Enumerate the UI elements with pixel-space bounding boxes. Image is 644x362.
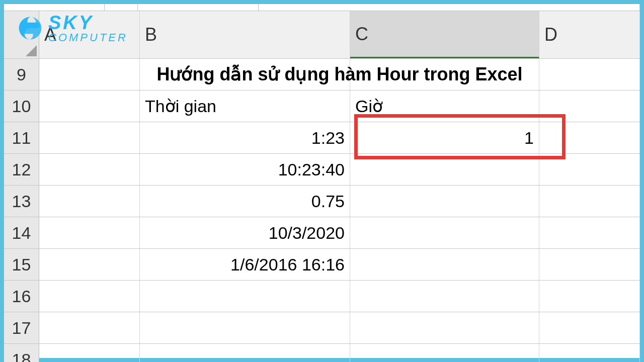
sky-logo-icon xyxy=(16,14,44,42)
grid-row: 111:231 xyxy=(4,122,640,154)
cell-D11[interactable] xyxy=(539,122,640,153)
row-header[interactable]: 16 xyxy=(4,281,39,312)
cell-B11[interactable]: 1:23 xyxy=(140,122,350,153)
cell-D13[interactable] xyxy=(539,186,640,217)
cell-A16[interactable] xyxy=(39,281,140,312)
formula-bar[interactable] xyxy=(4,4,640,11)
cell-A10[interactable] xyxy=(39,90,140,122)
cell-A17[interactable] xyxy=(39,312,140,343)
cell-D10[interactable] xyxy=(539,90,640,122)
cell-B18[interactable] xyxy=(140,344,350,362)
column-header-D[interactable]: D xyxy=(539,11,640,58)
column-header-C[interactable]: C xyxy=(350,11,539,58)
cell-D12[interactable] xyxy=(539,154,640,185)
cell-C18[interactable] xyxy=(350,344,539,362)
cell-C16[interactable] xyxy=(350,281,539,312)
grid-row: 18 xyxy=(4,344,640,362)
row-header[interactable]: 10 xyxy=(4,90,39,122)
grid-row: 130.75 xyxy=(4,186,640,217)
cell-C15[interactable] xyxy=(350,249,539,280)
cell-A18[interactable] xyxy=(39,344,140,362)
row-header[interactable]: 17 xyxy=(4,312,39,343)
grid-row: 17 xyxy=(4,312,640,344)
watermark-logo: SKY COMPUTER xyxy=(16,13,128,43)
row-header[interactable]: 11 xyxy=(4,122,39,153)
cell-B17[interactable] xyxy=(140,312,350,343)
row-header[interactable]: 12 xyxy=(4,154,39,185)
cell-A13[interactable] xyxy=(39,186,140,217)
select-all-triangle-icon xyxy=(26,45,37,56)
logo-text-top: SKY xyxy=(48,13,128,32)
cell-C13[interactable] xyxy=(350,186,539,217)
logo-text-bottom: COMPUTER xyxy=(48,32,128,43)
cell-D14[interactable] xyxy=(539,217,640,248)
column-header-B[interactable]: B xyxy=(140,11,350,58)
cell-B12[interactable]: 10:23:40 xyxy=(140,154,350,185)
cell-A14[interactable] xyxy=(39,217,140,248)
cell-C11[interactable]: 1 xyxy=(350,122,539,153)
cell-B10[interactable]: Thời gian xyxy=(140,90,350,122)
cell-B16[interactable] xyxy=(140,281,350,312)
row-header[interactable]: 13 xyxy=(4,186,39,217)
cell-B15[interactable]: 1/6/2016 16:16 xyxy=(140,249,350,280)
cell-D18[interactable] xyxy=(539,344,640,362)
cell-D15[interactable] xyxy=(539,249,640,280)
cell-D9[interactable] xyxy=(539,59,640,90)
cell-A9[interactable] xyxy=(39,59,140,90)
cell-A11[interactable] xyxy=(39,122,140,153)
row-header[interactable]: 15 xyxy=(4,249,39,280)
row-header[interactable]: 9 xyxy=(4,59,39,90)
spreadsheet-window: SKY COMPUTER A B C D 9Hướng dẫn sử dụng … xyxy=(4,4,640,358)
spreadsheet-grid: A B C D 9Hướng dẫn sử dụng hàm Hour tron… xyxy=(4,11,640,362)
cell-C12[interactable] xyxy=(350,154,539,185)
grid-row: 16 xyxy=(4,281,640,312)
cell-A15[interactable] xyxy=(39,249,140,280)
grid-row: 151/6/2016 16:16 xyxy=(4,249,640,281)
cell-B14[interactable]: 10/3/2020 xyxy=(140,217,350,248)
row-header[interactable]: 18 xyxy=(4,344,39,362)
cell-D17[interactable] xyxy=(539,312,640,343)
grid-row: 1210:23:40 xyxy=(4,154,640,186)
cell-C10[interactable]: Giờ xyxy=(350,90,539,122)
cell-B9[interactable] xyxy=(140,59,350,90)
cell-C17[interactable] xyxy=(350,312,539,343)
cell-B13[interactable]: 0.75 xyxy=(140,186,350,217)
cell-C14[interactable] xyxy=(350,217,539,248)
grid-row: 10Thời gianGiờ xyxy=(4,90,640,122)
row-header[interactable]: 14 xyxy=(4,217,39,248)
grid-row: 9Hướng dẫn sử dụng hàm Hour trong Excel xyxy=(4,59,640,90)
cell-D16[interactable] xyxy=(539,281,640,312)
grid-row: 1410/3/2020 xyxy=(4,217,640,249)
cell-C9[interactable] xyxy=(350,59,539,90)
cell-A12[interactable] xyxy=(39,154,140,185)
